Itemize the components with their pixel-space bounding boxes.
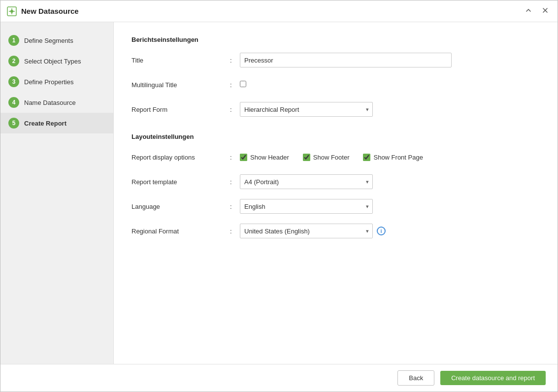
info-symbol: i bbox=[380, 228, 382, 234]
language-select-wrapper: English German French Spanish ▾ bbox=[240, 199, 373, 214]
step-badge-4: 4 bbox=[8, 97, 19, 108]
sidebar-label-2: Select Object Types bbox=[24, 58, 81, 65]
step-badge-3: 3 bbox=[8, 76, 19, 87]
window-title: New Datasource bbox=[21, 7, 522, 15]
report-display-row: Report display options : Show Header Sho… bbox=[131, 149, 540, 165]
step-badge-5: 5 bbox=[8, 118, 19, 129]
title-row: Title : bbox=[131, 52, 540, 68]
multilingual-colon: : bbox=[230, 81, 240, 89]
report-form-select[interactable]: Hierarchical Report Flat Report Summary … bbox=[240, 102, 373, 117]
show-front-page-checkbox[interactable] bbox=[363, 154, 370, 161]
language-colon: : bbox=[230, 203, 240, 210]
report-form-row: Report Form : Hierarchical Report Flat R… bbox=[131, 101, 540, 117]
language-select[interactable]: English German French Spanish bbox=[240, 199, 373, 214]
sidebar-item-create-report[interactable]: 5 Create Report bbox=[0, 113, 113, 133]
regional-format-colon: : bbox=[230, 228, 240, 235]
sidebar-item-define-properties[interactable]: 3 Define Properties bbox=[0, 71, 113, 92]
sidebar-item-define-segments[interactable]: 1 Define Segments bbox=[0, 30, 113, 51]
regional-format-select[interactable]: United States (English) Germany (German)… bbox=[240, 224, 373, 238]
sidebar: 1 Define Segments 2 Select Object Types … bbox=[0, 22, 114, 364]
sidebar-item-name-datasource[interactable]: 4 Name Datasource bbox=[0, 92, 113, 113]
multilingual-title-label: Multilingual Title bbox=[131, 81, 230, 89]
report-form-select-wrapper: Hierarchical Report Flat Report Summary … bbox=[240, 102, 373, 117]
report-display-label: Report display options bbox=[131, 154, 230, 161]
regional-format-info-icon[interactable]: i bbox=[377, 227, 386, 235]
close-button[interactable] bbox=[539, 6, 552, 16]
report-template-row: Report template : A4 (Portrait) A4 (Land… bbox=[131, 174, 540, 190]
title-control bbox=[240, 53, 452, 67]
footer-bar: Back Create datasource and report bbox=[0, 364, 558, 392]
window-controls bbox=[522, 6, 552, 16]
report-display-control: Show Header Show Footer Show Front Page bbox=[240, 154, 535, 161]
sidebar-label-4: Name Datasource bbox=[24, 99, 76, 106]
sidebar-label-1: Define Segments bbox=[24, 37, 73, 44]
language-label: Language bbox=[131, 203, 230, 210]
layout-section-title: Layouteinstellungen bbox=[131, 133, 540, 140]
svg-point-1 bbox=[10, 10, 13, 13]
report-display-colon: : bbox=[230, 154, 240, 161]
sidebar-label-3: Define Properties bbox=[24, 78, 73, 86]
multilingual-control bbox=[240, 81, 452, 89]
main-window: New Datasource 1 Define Segments 2 Selec… bbox=[0, 0, 558, 392]
show-footer-checkbox[interactable] bbox=[303, 154, 310, 161]
minimize-button[interactable] bbox=[522, 6, 535, 16]
multilingual-checkbox[interactable] bbox=[240, 81, 246, 87]
report-template-select[interactable]: A4 (Portrait) A4 (Landscape) Letter (Por… bbox=[240, 174, 373, 189]
berichts-section-title: Berichtseinstellungen bbox=[131, 36, 540, 43]
multilingual-title-row: Multilingual Title : bbox=[131, 77, 540, 93]
regional-format-label: Regional Format bbox=[131, 228, 230, 235]
language-row: Language : English German French Spanish… bbox=[131, 198, 540, 214]
report-template-label: Report template bbox=[131, 178, 230, 186]
show-header-checkbox[interactable] bbox=[240, 154, 247, 161]
main-content: Berichtseinstellungen Title : Multilingu… bbox=[114, 22, 558, 364]
datasource-icon bbox=[6, 6, 17, 17]
sidebar-label-5: Create Report bbox=[24, 120, 66, 127]
show-front-page-label: Show Front Page bbox=[373, 154, 423, 161]
body-area: 1 Define Segments 2 Select Object Types … bbox=[0, 22, 558, 364]
show-front-page-item[interactable]: Show Front Page bbox=[363, 154, 423, 161]
report-form-label: Report Form bbox=[131, 106, 230, 113]
regional-format-row: Regional Format : United States (English… bbox=[131, 223, 540, 239]
step-badge-1: 1 bbox=[8, 35, 19, 46]
regional-format-control: United States (English) Germany (German)… bbox=[240, 224, 452, 238]
step-badge-2: 2 bbox=[8, 56, 19, 66]
report-template-colon: : bbox=[230, 178, 240, 186]
title-bar: New Datasource bbox=[0, 0, 558, 22]
report-template-control: A4 (Portrait) A4 (Landscape) Letter (Por… bbox=[240, 174, 452, 189]
title-colon: : bbox=[230, 57, 240, 64]
show-header-item[interactable]: Show Header bbox=[240, 154, 289, 161]
title-input[interactable] bbox=[240, 53, 452, 67]
show-header-label: Show Header bbox=[250, 154, 289, 161]
regional-format-select-wrapper: United States (English) Germany (German)… bbox=[240, 224, 373, 238]
create-datasource-button[interactable]: Create datasource and report bbox=[440, 371, 546, 385]
show-footer-item[interactable]: Show Footer bbox=[303, 154, 350, 161]
sidebar-item-select-object-types[interactable]: 2 Select Object Types bbox=[0, 51, 113, 71]
show-footer-label: Show Footer bbox=[313, 154, 350, 161]
back-button[interactable]: Back bbox=[397, 370, 434, 386]
report-form-colon: : bbox=[230, 106, 240, 113]
language-control: English German French Spanish ▾ bbox=[240, 199, 452, 214]
report-form-control: Hierarchical Report Flat Report Summary … bbox=[240, 102, 452, 117]
title-label: Title bbox=[131, 57, 230, 64]
report-template-select-wrapper: A4 (Portrait) A4 (Landscape) Letter (Por… bbox=[240, 174, 373, 189]
